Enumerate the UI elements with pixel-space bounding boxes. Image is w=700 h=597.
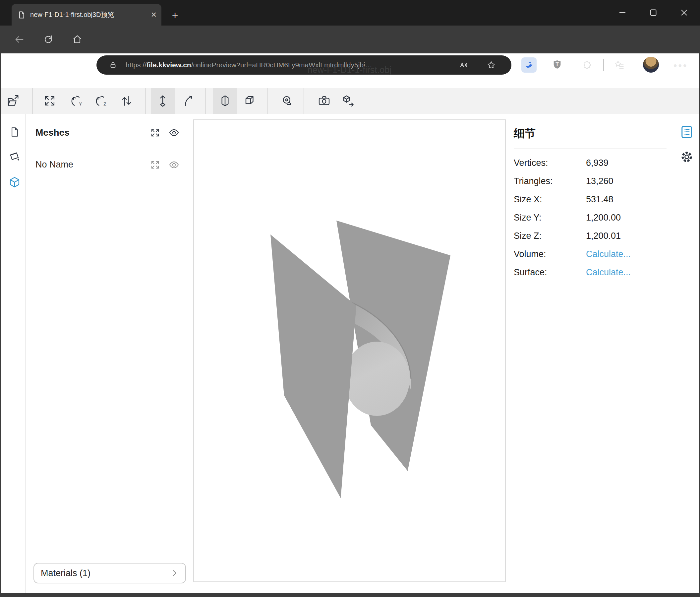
- left-plane-mesh: [271, 235, 356, 498]
- 3d-viewport[interactable]: [193, 119, 506, 582]
- detail-label: Triangles:: [514, 176, 553, 186]
- window-frame-bottom: [0, 593, 700, 597]
- rotate-y-button[interactable]: Y: [65, 88, 89, 114]
- sidebar-meshes-button[interactable]: [8, 176, 21, 189]
- fit-view-button[interactable]: [38, 88, 61, 114]
- page-file-icon: [18, 11, 26, 19]
- browser-titlebar: new-F1-D1-1-first.obj3D预览 ✕ +: [0, 0, 700, 26]
- detail-value: 531.48: [586, 194, 614, 205]
- sphere-mesh: [344, 342, 410, 416]
- fit-mesh-icon[interactable]: [149, 159, 161, 170]
- open-file-icon: [7, 94, 20, 108]
- toolbar-separator: [267, 88, 268, 114]
- toolbar-separator: [604, 59, 604, 71]
- lock-icon[interactable]: [109, 61, 117, 69]
- rotate-z-button[interactable]: Z: [89, 88, 113, 114]
- file-icon: [9, 126, 20, 138]
- detail-label: Surface:: [514, 267, 547, 278]
- 3d-model-render: [194, 120, 505, 581]
- browser-tab[interactable]: new-F1-D1-1-first.obj3D预览 ✕: [11, 4, 161, 26]
- detail-row-volume: Volume: Calculate...: [514, 249, 667, 261]
- detail-row-surface: Surface: Calculate...: [514, 267, 667, 279]
- left-strip-divider: [26, 114, 26, 593]
- measure-button[interactable]: [275, 88, 299, 114]
- detail-label: Size X:: [514, 194, 542, 205]
- extensions-puzzle-icon[interactable]: [579, 57, 595, 73]
- tampermonkey-extension-icon[interactable]: T: [550, 57, 565, 73]
- toolbar-separator: [304, 88, 304, 114]
- svg-text:Z: Z: [103, 101, 106, 106]
- window-maximize-button[interactable]: [643, 5, 664, 21]
- flip-vertical-button[interactable]: [115, 88, 139, 114]
- gear-icon: [680, 150, 694, 164]
- measure-tape-icon: [281, 94, 294, 108]
- orbit-button[interactable]: [176, 88, 200, 114]
- settings-button[interactable]: [679, 149, 694, 164]
- favorites-bar-icon[interactable]: [612, 57, 627, 73]
- calculate-volume-link[interactable]: Calculate...: [586, 249, 631, 259]
- reload-icon[interactable]: [43, 34, 54, 45]
- browser-window: new-F1-D1-1-first.obj3D预览 ✕ + https://: [0, 0, 700, 597]
- sidebar-file-info-button[interactable]: [8, 125, 21, 139]
- detail-value: 1,200.00: [586, 213, 621, 223]
- tab-title: new-F1-D1-1-first.obj3D预览: [30, 10, 114, 19]
- window-frame-left: [0, 53, 1, 597]
- chevron-right-icon: [169, 568, 179, 578]
- details-panel-tab-button[interactable]: [679, 125, 694, 139]
- svg-text:Y: Y: [79, 101, 82, 106]
- detail-value: 13,260: [586, 176, 614, 186]
- tab-close-icon[interactable]: ✕: [148, 9, 159, 21]
- orthographic-icon: [219, 94, 232, 108]
- detail-value: 6,939: [586, 158, 608, 168]
- detail-row-size-z: Size Z: 1,200.01: [514, 231, 667, 243]
- perspective-view-button[interactable]: [237, 88, 261, 114]
- svg-text:T: T: [555, 62, 559, 67]
- meshes-panel-title: Meshes: [35, 127, 70, 138]
- open-model-button[interactable]: [1, 88, 25, 114]
- meshes-panel-divider: [33, 146, 186, 146]
- up-axis-button[interactable]: [151, 88, 175, 114]
- detail-label: Size Z:: [514, 231, 542, 241]
- fit-view-icon: [44, 95, 56, 107]
- materials-button-label: Materials (1): [41, 568, 91, 578]
- export-model-button[interactable]: [337, 88, 360, 114]
- toggle-mesh-visibility-icon[interactable]: [168, 159, 180, 170]
- toggle-all-meshes-visibility-icon[interactable]: [168, 127, 180, 138]
- cube-icon: [8, 176, 21, 189]
- fit-all-meshes-icon[interactable]: [149, 127, 161, 138]
- browser-navbar: https://file.kkview.cn/onlinePreview?url…: [0, 26, 700, 53]
- mesh-list-item[interactable]: No Name: [35, 160, 73, 170]
- toolbar-separator: [205, 88, 206, 114]
- browser-menu-icon[interactable]: •••: [674, 60, 688, 71]
- viewer-toolbar: Y Z: [1, 88, 699, 114]
- detail-row-vertices: Vertices: 6,939: [514, 158, 667, 170]
- sidebar-materials-button[interactable]: [8, 150, 21, 164]
- materials-button[interactable]: Materials (1): [33, 563, 186, 583]
- detail-row-triangles: Triangles: 13,260: [514, 176, 667, 188]
- rotate-y-icon: Y: [70, 94, 83, 108]
- details-divider: [514, 149, 667, 149]
- details-panel-title: 细节: [514, 126, 535, 141]
- home-icon[interactable]: [72, 34, 82, 45]
- snapshot-button[interactable]: [312, 88, 336, 114]
- perspective-box-icon: [243, 94, 256, 108]
- detail-row-size-x: Size X: 531.48: [514, 194, 667, 206]
- toolbar-separator: [145, 88, 146, 114]
- new-tab-button[interactable]: +: [168, 9, 182, 22]
- back-icon[interactable]: [14, 34, 25, 45]
- translate-extension-icon[interactable]: [521, 57, 536, 73]
- detail-label: Vertices:: [514, 158, 548, 168]
- orthographic-view-button[interactable]: [213, 88, 237, 114]
- window-close-button[interactable]: [674, 5, 694, 21]
- calculate-surface-link[interactable]: Calculate...: [586, 267, 631, 278]
- detail-value: 1,200.01: [586, 231, 621, 241]
- profile-avatar[interactable]: [643, 57, 659, 73]
- rotate-z-icon: Z: [95, 94, 108, 108]
- toolbar-separator: [32, 88, 33, 114]
- detail-label: Volume:: [514, 249, 546, 259]
- right-strip-divider: [674, 119, 674, 582]
- window-minimize-button[interactable]: [612, 5, 633, 21]
- materials-divider: [33, 555, 186, 555]
- details-list-icon: [680, 125, 694, 139]
- camera-icon: [318, 94, 331, 108]
